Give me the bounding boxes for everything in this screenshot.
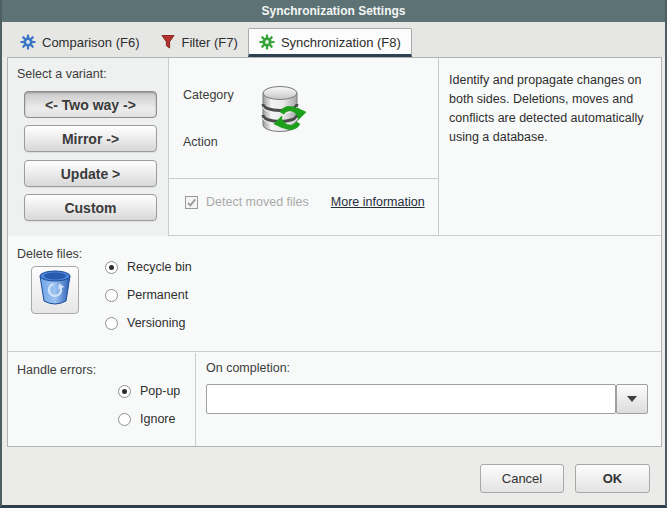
more-information-link[interactable]: More information bbox=[331, 195, 425, 209]
tab-comparison-label: Comparison (F6) bbox=[42, 35, 140, 50]
variant-description: Identify and propagate changes on both s… bbox=[440, 58, 661, 236]
on-completion-panel: On completion: bbox=[197, 353, 661, 446]
filter-funnel-icon bbox=[160, 34, 176, 50]
recycle-bin-option-label: Recycle bin bbox=[127, 260, 192, 274]
versioning-radio[interactable] bbox=[105, 317, 118, 330]
ignore-option[interactable]: Ignore bbox=[118, 412, 175, 426]
on-completion-input[interactable] bbox=[206, 384, 616, 414]
custom-button[interactable]: Custom bbox=[24, 194, 157, 221]
recycle-bin-radio[interactable] bbox=[105, 261, 118, 274]
variant-section: Select a variant: <- Two way -> Mirror -… bbox=[8, 58, 661, 236]
category-label: Category bbox=[183, 88, 234, 102]
select-variant-label: Select a variant: bbox=[17, 67, 107, 81]
popup-option-label: Pop-up bbox=[140, 384, 180, 398]
sync-panel-divider bbox=[169, 178, 438, 179]
delete-files-section: Delete files: bbox=[8, 237, 661, 352]
popup-option[interactable]: Pop-up bbox=[118, 384, 180, 398]
tab-strip: Comparison (F6) Filter (F7) bbox=[2, 22, 665, 57]
delete-files-label: Delete files: bbox=[17, 247, 82, 261]
sync-preview-panel: Category Action bbox=[169, 58, 439, 236]
ignore-option-label: Ignore bbox=[140, 412, 175, 426]
sync-settings-dialog: Synchronization Settings bbox=[0, 0, 667, 508]
settings-panel: Select a variant: <- Two way -> Mirror -… bbox=[7, 57, 662, 447]
database-sync-icon bbox=[253, 82, 311, 144]
gear-blue-icon bbox=[20, 34, 36, 50]
permanent-option-label: Permanent bbox=[127, 288, 188, 302]
tab-comparison[interactable]: Comparison (F6) bbox=[10, 29, 150, 57]
variant-buttons-panel: Select a variant: <- Two way -> Mirror -… bbox=[8, 58, 169, 236]
versioning-option-label: Versioning bbox=[127, 316, 185, 330]
handle-errors-label: Handle errors: bbox=[17, 363, 96, 377]
popup-radio[interactable] bbox=[118, 385, 131, 398]
tab-filter[interactable]: Filter (F7) bbox=[150, 29, 248, 57]
mirror-button[interactable]: Mirror -> bbox=[24, 125, 157, 152]
permanent-radio[interactable] bbox=[105, 289, 118, 302]
detect-moved-files-checkbox[interactable] bbox=[185, 196, 198, 209]
action-label: Action bbox=[183, 135, 218, 149]
versioning-option[interactable]: Versioning bbox=[105, 316, 185, 330]
handle-errors-panel: Handle errors: Pop-up Ignore bbox=[8, 353, 196, 446]
tab-filter-label: Filter (F7) bbox=[182, 35, 238, 50]
bottom-section: Handle errors: Pop-up Ignore On completi… bbox=[8, 353, 661, 446]
update-button[interactable]: Update > bbox=[24, 160, 157, 187]
recycle-bin-icon-button[interactable] bbox=[31, 266, 79, 314]
titlebar: Synchronization Settings bbox=[2, 0, 665, 22]
recycle-bin-option[interactable]: Recycle bin bbox=[105, 260, 192, 274]
ignore-radio[interactable] bbox=[118, 413, 131, 426]
permanent-option[interactable]: Permanent bbox=[105, 288, 188, 302]
detect-moved-files-row: Detect moved files More information bbox=[185, 195, 425, 209]
on-completion-dropdown-button[interactable] bbox=[616, 384, 648, 414]
cancel-button[interactable]: Cancel bbox=[480, 464, 564, 493]
window-title: Synchronization Settings bbox=[261, 4, 405, 18]
on-completion-label: On completion: bbox=[206, 361, 290, 375]
two-way-button[interactable]: <- Two way -> bbox=[24, 91, 157, 118]
recycle-bin-icon bbox=[36, 268, 74, 312]
variant-description-text: Identify and propagate changes on both s… bbox=[449, 73, 644, 144]
tab-synchronization-label: Synchronization (F8) bbox=[281, 35, 401, 50]
tab-synchronization[interactable]: Synchronization (F8) bbox=[248, 28, 412, 57]
chevron-down-icon bbox=[627, 396, 637, 402]
ok-button[interactable]: OK bbox=[575, 464, 650, 493]
gear-green-icon bbox=[259, 34, 275, 50]
detect-moved-files-label: Detect moved files bbox=[206, 195, 309, 209]
